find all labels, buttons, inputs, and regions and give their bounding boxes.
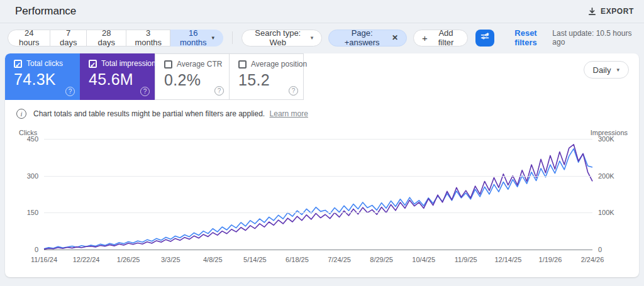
question-icon[interactable]: ? xyxy=(65,87,75,96)
checkbox-checked-icon[interactable]: ✓ xyxy=(89,60,97,68)
metric-tile-average-position[interactable]: Average position15.2? xyxy=(229,53,304,100)
series-line-total-clicks xyxy=(44,149,592,249)
chart-plot-area[interactable]: 450300K300200K150100K0011/16/2412/22/241… xyxy=(44,139,592,250)
x-axis-label: 1/19/26 xyxy=(539,256,562,263)
gridline xyxy=(44,212,592,213)
page-filter-chip[interactable]: Page: +answers ✕ xyxy=(328,30,407,47)
notice-text: Chart totals and table results might be … xyxy=(33,109,308,118)
date-range-16-months[interactable]: 16 months▾ xyxy=(170,30,223,47)
chart-lines xyxy=(44,139,592,250)
reset-filters-link[interactable]: Reset filters xyxy=(506,28,547,47)
learn-more-link[interactable]: Learn more xyxy=(270,109,308,118)
checkbox-unchecked-icon[interactable] xyxy=(238,60,247,69)
metric-label: Average CTR xyxy=(177,60,222,69)
metric-label: Total impressions xyxy=(101,59,160,68)
metrics-row: ✓Total clicks74.3K?✓Total impressions45.… xyxy=(5,53,639,100)
right-axis-tick: 200K xyxy=(598,172,614,180)
page-filter-label: Page: +answers xyxy=(337,28,387,47)
metric-tile-total-impressions[interactable]: ✓Total impressions45.6M? xyxy=(80,53,155,100)
metric-label: Average position xyxy=(251,60,307,69)
performance-chart: Clicks Impressions 450300K300200K150100K… xyxy=(15,129,629,266)
metric-value: 15.2 xyxy=(238,71,297,89)
divider xyxy=(232,31,233,44)
page-header: Performance EXPORT xyxy=(0,0,644,23)
right-axis-tick: 0 xyxy=(598,246,602,253)
date-range-3-months[interactable]: 3 months xyxy=(126,30,170,47)
left-axis-tick: 0 xyxy=(35,246,38,253)
checkbox-checked-icon[interactable]: ✓ xyxy=(14,60,22,68)
date-range-28-days[interactable]: 28 days xyxy=(87,30,126,47)
last-update-text: Last update: 10.5 hours ago xyxy=(552,29,634,47)
checkbox-unchecked-icon[interactable] xyxy=(164,60,172,69)
close-icon[interactable]: ✕ xyxy=(392,33,398,42)
date-range-group: 24 hours7 days28 days3 months16 months▾ xyxy=(8,30,223,47)
x-axis-label: 7/24/25 xyxy=(328,256,351,263)
x-axis-label: 6/18/25 xyxy=(286,256,309,263)
right-axis-tick: 100K xyxy=(598,209,614,216)
plus-icon: + xyxy=(422,33,428,43)
date-range-7-days[interactable]: 7 days xyxy=(50,30,87,47)
filter-bar: 24 hours7 days28 days3 months16 months▾ … xyxy=(0,23,644,52)
notice-message: Chart totals and table results might be … xyxy=(33,109,265,118)
metric-value: 45.6M xyxy=(89,70,148,89)
granularity-wrap: Daily ▾ xyxy=(584,53,639,100)
x-axis-label: 12/22/24 xyxy=(73,256,100,263)
granularity-label: Daily xyxy=(593,65,611,75)
right-axis-tick: 300K xyxy=(598,135,614,143)
date-range-label: 28 days xyxy=(95,28,118,47)
metric-tile-header: ✓Total impressions xyxy=(89,59,148,68)
date-range-label: 3 months xyxy=(135,28,162,47)
gridline xyxy=(44,176,592,177)
add-filter-label: Add filter xyxy=(433,28,459,47)
x-axis-label: 1/26/25 xyxy=(117,256,140,263)
x-axis-label: 11/9/25 xyxy=(455,256,477,263)
metric-tile-average-ctr[interactable]: Average CTR0.2%? xyxy=(155,53,230,100)
performance-card: ✓Total clicks74.3K?✓Total impressions45.… xyxy=(5,53,639,277)
x-axis-label: 8/29/25 xyxy=(370,256,393,263)
left-axis-tick: 150 xyxy=(27,209,38,216)
metric-label: Total clicks xyxy=(26,59,63,68)
metric-tile-header: ✓Total clicks xyxy=(14,59,74,68)
date-range-label: 7 days xyxy=(58,28,78,47)
question-icon[interactable]: ? xyxy=(289,86,298,96)
metric-tile-total-clicks[interactable]: ✓Total clicks74.3K? xyxy=(5,53,80,100)
gridline xyxy=(44,250,592,250)
export-label: EXPORT xyxy=(601,7,634,16)
info-icon: i xyxy=(16,109,26,119)
metric-value: 0.2% xyxy=(164,71,223,89)
x-axis-label: 10/4/25 xyxy=(412,256,435,263)
left-axis-tick: 450 xyxy=(27,135,38,143)
caret-down-icon: ▾ xyxy=(211,35,214,41)
caret-down-icon: ▾ xyxy=(311,35,314,41)
search-type-chip[interactable]: Search type: Web ▾ xyxy=(242,30,322,47)
x-axis-label: 11/16/24 xyxy=(31,256,57,263)
question-icon[interactable]: ? xyxy=(140,87,150,96)
x-axis-label: 2/24/26 xyxy=(581,256,604,263)
search-type-label: Search type: Web xyxy=(250,28,306,47)
tune-icon xyxy=(480,33,490,43)
x-axis-label: 3/3/25 xyxy=(161,256,180,263)
metric-tile-header: Average position xyxy=(238,60,297,69)
page-title: Performance xyxy=(15,5,76,18)
notice-banner: i Chart totals and table results might b… xyxy=(5,100,639,120)
left-axis-tick: 300 xyxy=(27,172,38,180)
date-range-label: 24 hours xyxy=(16,28,42,47)
metric-value: 74.3K xyxy=(14,70,74,89)
date-range-24-hours[interactable]: 24 hours xyxy=(8,30,50,47)
export-button[interactable]: EXPORT xyxy=(588,7,634,16)
date-range-label: 16 months xyxy=(179,28,208,47)
metric-tile-header: Average CTR xyxy=(164,60,223,69)
x-axis-label: 4/8/25 xyxy=(203,256,223,263)
gridline xyxy=(44,139,592,140)
caret-down-icon: ▾ xyxy=(616,67,619,73)
download-icon xyxy=(588,8,596,16)
add-filter-button[interactable]: + Add filter xyxy=(413,30,468,47)
x-axis-label: 12/14/25 xyxy=(494,256,521,263)
filter-tune-button[interactable] xyxy=(475,30,494,47)
granularity-dropdown[interactable]: Daily ▾ xyxy=(584,61,629,79)
question-icon[interactable]: ? xyxy=(214,86,224,96)
series-line-total-impressions xyxy=(44,145,592,250)
x-axis-label: 5/14/25 xyxy=(243,256,267,263)
